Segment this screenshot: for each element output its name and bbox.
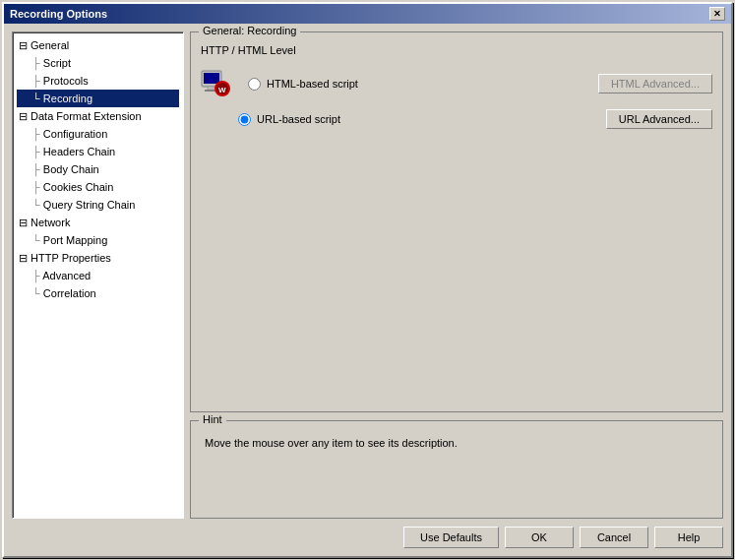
tree-panel: ⊟ General ├ Script ├ Protocols └ Recordi… <box>12 31 184 519</box>
sidebar-item-network[interactable]: ⊟ Network <box>17 214 179 231</box>
html-based-radio[interactable] <box>248 78 261 91</box>
bottom-bar: Use Defaults OK Cancel Help <box>12 519 723 548</box>
sidebar-item-body-chain[interactable]: ├ Body Chain <box>17 160 179 178</box>
tree-connector: └ <box>32 199 43 211</box>
tree-connector: ├ <box>32 163 43 175</box>
http-level-label: HTTP / HTML Level <box>201 44 296 56</box>
tree-connector: ├ <box>32 75 43 87</box>
sidebar-item-general[interactable]: ⊟ General <box>17 36 179 54</box>
general-recording-group: General: Recording HTTP / HTML Level <box>190 31 723 412</box>
close-button[interactable]: ✕ <box>709 7 725 21</box>
url-advanced-button[interactable]: URL Advanced... <box>606 109 712 129</box>
recording-options-window: Recording Options ✕ ⊟ General ├ Script ├… <box>2 2 733 558</box>
sidebar-item-correlation[interactable]: └ Correlation <box>17 284 179 302</box>
tree-connector: ├ <box>32 128 43 140</box>
sidebar-item-script[interactable]: ├ Script <box>17 54 179 72</box>
tree-connector: └ <box>32 287 43 299</box>
hint-label: Hint <box>199 413 226 425</box>
tree-connector: ├ <box>32 270 42 281</box>
expand-icon: ⊟ <box>19 252 31 264</box>
tree-connector: ├ <box>32 57 43 69</box>
sidebar-item-recording[interactable]: └ Recording <box>17 90 179 107</box>
hint-group: Hint Move the mouse over any item to see… <box>190 420 723 519</box>
sidebar-item-headers-chain[interactable]: ├ Headers Chain <box>17 143 179 160</box>
html-based-radio-row: W HTML-based script HTML Advanced... <box>201 70 712 97</box>
tree-connector: └ <box>32 234 43 246</box>
ok-button[interactable]: OK <box>505 527 574 548</box>
svg-rect-1 <box>204 73 219 84</box>
url-based-radio[interactable] <box>238 113 251 126</box>
html-advanced-button[interactable]: HTML Advanced... <box>598 74 712 93</box>
svg-rect-2 <box>208 87 214 90</box>
sidebar-item-port-mapping[interactable]: └ Port Mapping <box>17 231 179 249</box>
help-button[interactable]: Help <box>654 527 723 548</box>
sidebar-item-cookies-chain[interactable]: ├ Cookies Chain <box>17 178 179 196</box>
cancel-button[interactable]: Cancel <box>580 527 648 548</box>
title-bar: Recording Options ✕ <box>4 4 731 24</box>
html-icon: W <box>201 70 232 97</box>
content-panel: General: Recording HTTP / HTML Level <box>190 31 723 519</box>
url-based-radio-row: URL-based script URL Advanced... <box>201 109 712 129</box>
sidebar-item-protocols[interactable]: ├ Protocols <box>17 72 179 90</box>
expand-icon: ⊟ <box>19 110 31 122</box>
hint-text: Move the mouse over any item to see its … <box>201 433 712 453</box>
url-radio-inner: URL-based script <box>238 113 598 126</box>
tree-connector: ├ <box>32 146 43 157</box>
network-icon-area: W <box>201 70 232 97</box>
main-area: ⊟ General ├ Script ├ Protocols └ Recordi… <box>12 31 723 519</box>
html-radio-inner: HTML-based script <box>248 78 590 91</box>
sidebar-item-http-properties[interactable]: ⊟ HTTP Properties <box>17 249 179 267</box>
url-based-label[interactable]: URL-based script <box>257 113 340 125</box>
sidebar-item-advanced[interactable]: ├ Advanced <box>17 267 179 284</box>
tree-connector: └ <box>32 93 43 104</box>
expand-icon: ⊟ <box>19 217 31 228</box>
expand-icon: ⊟ <box>19 39 31 51</box>
html-based-label[interactable]: HTML-based script <box>267 78 358 90</box>
sidebar-item-configuration[interactable]: ├ Configuration <box>17 125 179 143</box>
window-title: Recording Options <box>10 8 107 20</box>
window-body: ⊟ General ├ Script ├ Protocols └ Recordi… <box>4 24 731 556</box>
sidebar-item-query-string-chain[interactable]: └ Query String Chain <box>17 196 179 214</box>
tree-connector: ├ <box>32 181 43 193</box>
group-box-label: General: Recording <box>199 25 300 36</box>
sidebar-item-data-format[interactable]: ⊟ Data Format Extension <box>17 107 179 125</box>
use-defaults-button[interactable]: Use Defaults <box>403 527 499 548</box>
svg-text:W: W <box>218 86 226 94</box>
